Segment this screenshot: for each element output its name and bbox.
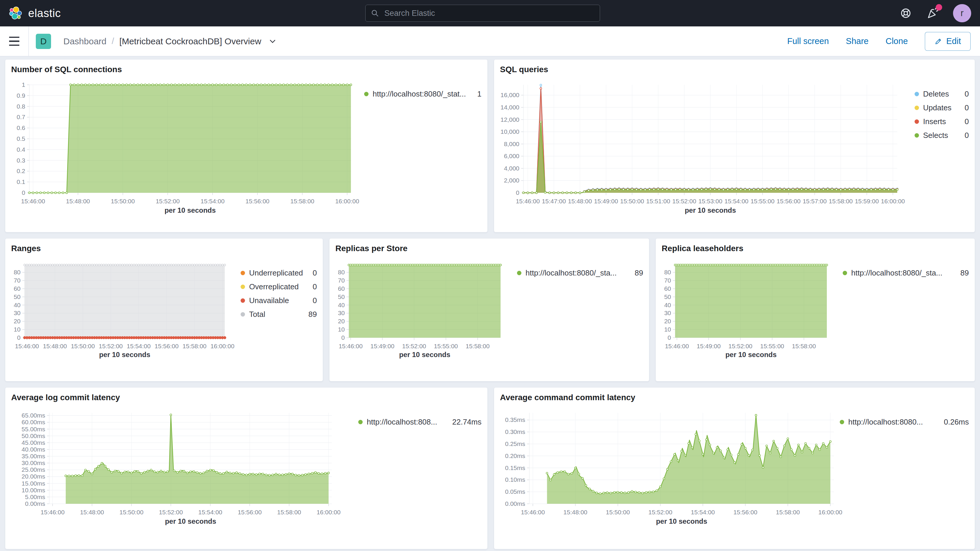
newsfeed-icon[interactable] [926, 7, 939, 20]
panel-title: Average log commit latency [11, 392, 482, 403]
svg-text:0.7: 0.7 [17, 114, 25, 121]
legend-item[interactable]: Unavailable0 [240, 296, 317, 305]
svg-text:16:00:00: 16:00:00 [210, 343, 234, 349]
svg-text:per 10 seconds: per 10 seconds [99, 350, 151, 358]
svg-text:50: 50 [14, 293, 21, 300]
svg-text:20: 20 [664, 318, 671, 325]
chart-canvas[interactable]: 10.90.80.70.60.50.40.30.20.1015:46:0015:… [11, 82, 355, 216]
svg-text:0.6: 0.6 [17, 125, 25, 131]
chart-avg-log-commit-latency[interactable]: 65.00ms60.00ms55.00ms50.00ms45.00ms40.00… [11, 410, 336, 527]
svg-text:per 10 seconds: per 10 seconds [165, 206, 216, 214]
share-button[interactable]: Share [846, 37, 869, 46]
legend-item[interactable]: http://localhost:8080/_sta...89 [843, 268, 969, 277]
svg-text:15:52:00: 15:52:00 [729, 343, 752, 349]
svg-text:15:52:00: 15:52:00 [648, 509, 673, 516]
breadcrumb-separator: / [112, 37, 114, 46]
chart-canvas[interactable]: 0.35ms0.30ms0.25ms0.20ms0.15ms0.10ms0.05… [500, 410, 837, 527]
svg-text:80: 80 [338, 269, 345, 276]
legend-item[interactable]: Total89 [240, 310, 317, 319]
legend-dot-icon [517, 271, 522, 275]
svg-text:15:56:00: 15:56:00 [246, 198, 270, 204]
legend-value: 89 [630, 268, 643, 277]
svg-text:15:58:00: 15:58:00 [829, 198, 853, 204]
svg-text:15:52:00: 15:52:00 [672, 198, 696, 204]
svg-text:15:54:00: 15:54:00 [127, 343, 151, 349]
help-icon[interactable] [900, 7, 912, 19]
legend-dot-icon [915, 106, 919, 110]
svg-text:15:46:00: 15:46:00 [516, 198, 540, 204]
breadcrumb-dashboard[interactable]: Dashboard [64, 37, 107, 46]
svg-text:10: 10 [338, 326, 345, 333]
chart-sql-connections[interactable]: 10.90.80.70.60.50.40.30.20.1015:46:0015:… [11, 82, 355, 216]
svg-text:16:00:00: 16:00:00 [335, 198, 359, 204]
menu-button[interactable] [0, 26, 29, 56]
panel-title: Replica leaseholders [662, 243, 969, 254]
svg-text:15.00ms: 15.00ms [21, 480, 45, 487]
legend-item[interactable]: http://localhost:808...22.74ms [358, 417, 482, 427]
legend-dot-icon [358, 420, 363, 424]
svg-text:15:53:00: 15:53:00 [698, 198, 722, 204]
chart-replica-leaseholders[interactable]: 8070605040302010015:46:0015:49:0015:52:0… [662, 261, 830, 360]
chart-canvas[interactable]: 16,00014,00012,00010,0008,0006,0004,0002… [500, 82, 901, 216]
svg-text:6,000: 6,000 [504, 153, 519, 159]
legend-item[interactable]: Underreplicated0 [240, 268, 317, 277]
svg-text:0.1: 0.1 [17, 179, 25, 185]
svg-text:15:49:00: 15:49:00 [697, 343, 721, 349]
chart-avg-command-commit-latency[interactable]: 0.35ms0.30ms0.25ms0.20ms0.15ms0.10ms0.05… [500, 410, 837, 527]
chart-sql-queries[interactable]: 16,00014,00012,00010,0008,0006,0004,0002… [500, 82, 901, 216]
space-badge[interactable]: D [36, 34, 51, 49]
chart-canvas[interactable]: 8070605040302010015:46:0015:48:0015:50:0… [11, 261, 228, 360]
legend-item[interactable]: http://localhost:8080/_stat...1 [364, 89, 482, 99]
brand: elastic [9, 6, 61, 20]
svg-text:80: 80 [664, 269, 671, 276]
svg-text:0: 0 [17, 334, 21, 341]
svg-text:15:52:00: 15:52:00 [99, 343, 123, 349]
legend-value: 22.74ms [448, 417, 482, 427]
legend-item[interactable]: http://localhost:8080/_sta...89 [517, 268, 643, 277]
legend-value: 0 [309, 282, 317, 291]
user-avatar[interactable]: r [953, 4, 971, 22]
svg-text:0.9: 0.9 [17, 92, 25, 99]
svg-text:30: 30 [14, 310, 21, 317]
panel-sql-queries: SQL queries 16,00014,00012,00010,0008,00… [494, 59, 975, 233]
svg-text:15:46:00: 15:46:00 [40, 509, 65, 516]
svg-text:15:56:00: 15:56:00 [154, 343, 179, 349]
legend-label: http://localhost:808... [367, 417, 437, 427]
svg-text:16,000: 16,000 [501, 92, 519, 99]
legend-item[interactable]: Selects0 [915, 131, 969, 140]
panel-ranges: Ranges 8070605040302010015:46:0015:48:00… [5, 238, 323, 381]
svg-text:4,000: 4,000 [504, 165, 519, 172]
svg-text:14,000: 14,000 [501, 104, 519, 111]
svg-text:16:00:00: 16:00:00 [818, 509, 842, 516]
svg-text:80: 80 [14, 269, 21, 276]
legend-label: http://localhost:8080/_stat... [372, 89, 466, 99]
title-menu-chevron-icon[interactable] [269, 38, 277, 45]
chart-canvas[interactable]: 65.00ms60.00ms55.00ms50.00ms45.00ms40.00… [11, 410, 336, 527]
edit-button[interactable]: Edit [925, 32, 970, 51]
chart-canvas[interactable]: 8070605040302010015:46:0015:49:0015:52:0… [336, 261, 504, 360]
legend-dot-icon [915, 133, 919, 138]
legend-item[interactable]: Deletes0 [915, 89, 969, 99]
legend-item[interactable]: http://localhost:8080...0.26ms [840, 417, 969, 427]
legend-item[interactable]: Inserts0 [915, 117, 969, 126]
search-input[interactable] [384, 8, 595, 18]
legend-dot-icon [240, 285, 245, 289]
svg-text:50.00ms: 50.00ms [21, 433, 45, 439]
legend-value: 1 [473, 89, 482, 99]
chart-canvas[interactable]: 8070605040302010015:46:0015:49:0015:52:0… [662, 261, 830, 360]
legend-label: http://localhost:8080/_sta... [851, 268, 942, 277]
global-search[interactable] [365, 5, 600, 22]
chart-replicas-per-store[interactable]: 8070605040302010015:46:0015:49:0015:52:0… [336, 261, 504, 360]
elastic-logo-icon[interactable] [9, 6, 23, 20]
legend-item[interactable]: Updates0 [915, 103, 969, 112]
clone-button[interactable]: Clone [886, 37, 908, 46]
svg-text:70: 70 [664, 277, 671, 284]
svg-text:15:46:00: 15:46:00 [339, 343, 363, 349]
svg-text:15:48:00: 15:48:00 [568, 198, 592, 204]
svg-text:15:58:00: 15:58:00 [290, 198, 314, 204]
full-screen-button[interactable]: Full screen [787, 37, 829, 46]
legend-item[interactable]: Overreplicated0 [240, 282, 317, 291]
legend-dot-icon [240, 271, 245, 275]
svg-text:10: 10 [14, 326, 21, 333]
chart-ranges[interactable]: 8070605040302010015:46:0015:48:0015:50:0… [11, 261, 228, 360]
